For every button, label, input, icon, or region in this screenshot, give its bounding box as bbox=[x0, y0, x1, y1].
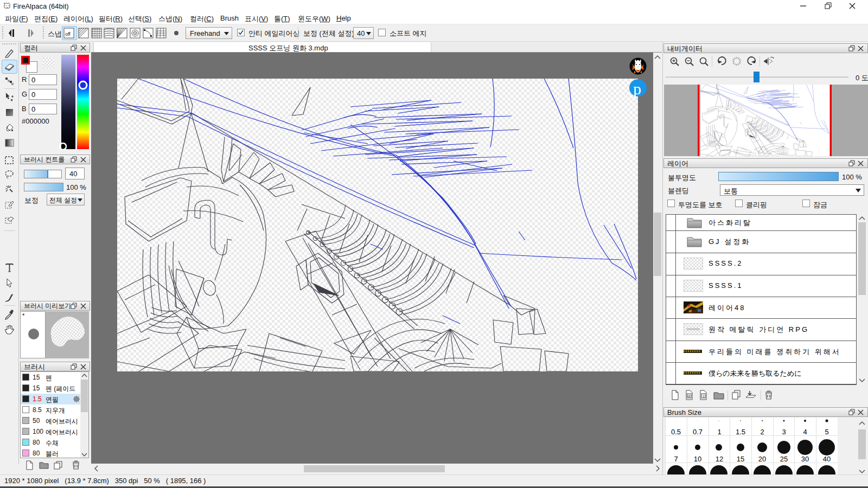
svg-text:p: p bbox=[633, 80, 641, 97]
svg-text:8: 8 bbox=[688, 394, 691, 399]
svg-text:1: 1 bbox=[703, 394, 705, 399]
svg-text:off: off bbox=[65, 31, 71, 37]
